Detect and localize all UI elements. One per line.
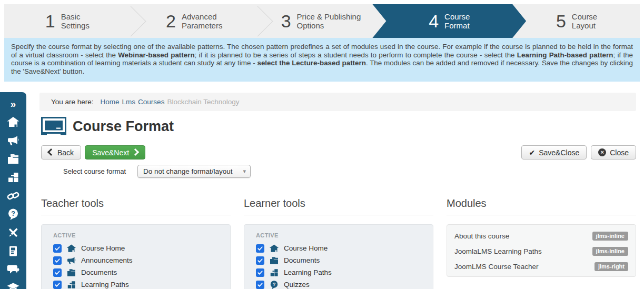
breadcrumb-current: Blockchain Technology (167, 98, 239, 106)
teacher-tools-column: Teacher tools ACTIVE Course Home Announc… (41, 198, 231, 289)
home-icon[interactable] (6, 115, 21, 129)
list-item-course-home: Course Home (256, 242, 433, 254)
home-icon (269, 244, 279, 253)
chevron-left-icon (47, 148, 55, 156)
step-label: CourseFormat (444, 12, 470, 31)
step-course-layout[interactable]: 5 CourseLayout (513, 4, 640, 38)
check-icon: ✔ (529, 148, 535, 157)
checkbox-checked[interactable] (256, 268, 264, 277)
learning-paths-icon (269, 268, 279, 277)
modules-panel: About this course jlms-inline JoomlaLMS … (447, 224, 636, 277)
teacher-tools-panel: ACTIVE Course Home Announcements Documen… (41, 224, 231, 289)
step-label: BasicSettings (61, 12, 90, 31)
step-number: 5 (556, 12, 566, 30)
checkbox-checked[interactable] (53, 281, 62, 289)
chevron-down-icon: ▾ (243, 168, 246, 175)
announcements-icon (66, 256, 76, 265)
conference-icon[interactable] (6, 263, 21, 276)
step-label: Price & PublishingOptions (297, 12, 361, 31)
documents-icon (269, 256, 279, 265)
home-icon (66, 244, 76, 253)
module-row-about-this-course[interactable]: About this course jlms-inline (454, 228, 628, 244)
list-item-documents: Documents (53, 266, 230, 278)
active-group-label: ACTIVE (53, 232, 230, 238)
list-item-course-home: Course Home (53, 242, 230, 254)
breadcrumb-link-home[interactable]: Home (101, 98, 120, 106)
links-icon[interactable] (6, 189, 21, 203)
list-item-documents: Documents (256, 254, 433, 266)
graduation-icon[interactable] (6, 281, 21, 289)
format-select-label: Select course format (63, 167, 135, 175)
quizzes-icon[interactable] (6, 207, 21, 221)
expand-sidebar-icon[interactable]: » (6, 97, 21, 111)
breadcrumb: You are here: Home Lms Courses Blockchai… (39, 93, 636, 111)
homework-icon[interactable] (6, 226, 21, 240)
step-number: 4 (429, 12, 439, 30)
module-name: About this course (454, 232, 509, 240)
learner-tools-heading: Learner tools (244, 198, 433, 215)
learner-tools-column: Learner tools ACTIVE Course Home Documen… (244, 198, 433, 289)
format-select-dropdown[interactable]: Do not change format/layout ▾ (137, 165, 251, 178)
modules-column: Modules About this course jlms-inline Jo… (447, 198, 636, 277)
list-item-announcements: Announcements (53, 254, 230, 266)
close-icon: × (598, 148, 606, 156)
module-name: JoomlaLMS Learning Paths (454, 247, 542, 255)
step-number: 2 (166, 12, 176, 30)
checkbox-checked[interactable] (256, 256, 264, 265)
list-item-learning-paths: Learning Paths (53, 278, 230, 289)
chevron-right-icon (132, 148, 139, 156)
step-basic-settings[interactable]: 1 BasicSettings (4, 4, 131, 38)
module-row-learning-paths[interactable]: JoomlaLMS Learning Paths jlms-inline (454, 244, 628, 259)
attendance-icon[interactable] (6, 244, 21, 258)
list-item-learning-paths: Learning Paths (256, 266, 433, 278)
module-position-badge: jlms-inline (592, 232, 628, 241)
modules-heading: Modules (447, 198, 636, 215)
wizard-steps-bar: 1 BasicSettings 2 AdvancedParameters 3 P… (4, 4, 640, 38)
module-row-course-teacher[interactable]: JoomLMS Course Teacher jlms-right (454, 259, 628, 274)
course-format-description: Specify the course format by selecting o… (4, 38, 640, 82)
teacher-tools-heading: Teacher tools (41, 198, 231, 215)
learner-tools-panel: ACTIVE Course Home Documents Learning Pa… (244, 224, 433, 289)
documents-icon (66, 268, 76, 277)
page-heading: Course Format (41, 117, 174, 136)
breadcrumb-link-courses[interactable]: Courses (138, 98, 164, 106)
checkbox-checked[interactable] (53, 244, 62, 253)
step-course-format-active[interactable]: 4 CourseFormat (372, 4, 526, 38)
quizzes-icon (269, 280, 279, 289)
learning-paths-icon[interactable] (6, 171, 21, 184)
documents-icon[interactable] (6, 152, 21, 166)
checkbox-checked[interactable] (256, 281, 264, 289)
checkbox-checked[interactable] (256, 244, 264, 253)
breadcrumb-prefix: You are here: (51, 98, 94, 106)
breadcrumb-link-lms[interactable]: Lms (122, 98, 136, 106)
format-select-row: Select course format Do not change forma… (63, 165, 251, 178)
step-label: AdvancedParameters (182, 12, 223, 31)
checkbox-checked[interactable] (53, 256, 62, 265)
learning-paths-icon (66, 280, 76, 289)
toolbar-left: Back Save&Next (41, 145, 145, 160)
step-number: 1 (45, 12, 55, 30)
close-button[interactable]: ×Close (591, 145, 636, 160)
step-label: CourseLayout (572, 12, 597, 31)
save-next-button[interactable]: Save&Next (85, 145, 145, 160)
blackboard-icon (41, 117, 66, 136)
back-button[interactable]: Back (41, 145, 81, 160)
checkbox-checked[interactable] (53, 268, 62, 277)
step-advanced-parameters[interactable]: 2 AdvancedParameters (131, 4, 257, 38)
step-number: 3 (281, 12, 291, 30)
active-group-label: ACTIVE (256, 232, 433, 238)
module-position-badge: jlms-inline (592, 247, 628, 256)
announcements-icon[interactable] (6, 134, 21, 147)
toolbar-right: ✔Save&Close ×Close (521, 145, 636, 160)
step-price-publishing[interactable]: 3 Price & PublishingOptions (258, 4, 384, 38)
save-close-button[interactable]: ✔Save&Close (521, 145, 587, 160)
module-position-badge: jlms-right (595, 262, 628, 271)
format-select-value: Do not change format/layout (143, 167, 233, 175)
page-title: Course Format (73, 119, 174, 134)
course-tools-sidebar: » (0, 92, 26, 289)
list-item-quizzes: Quizzes (256, 278, 433, 289)
module-name: JoomLMS Course Teacher (454, 263, 539, 271)
